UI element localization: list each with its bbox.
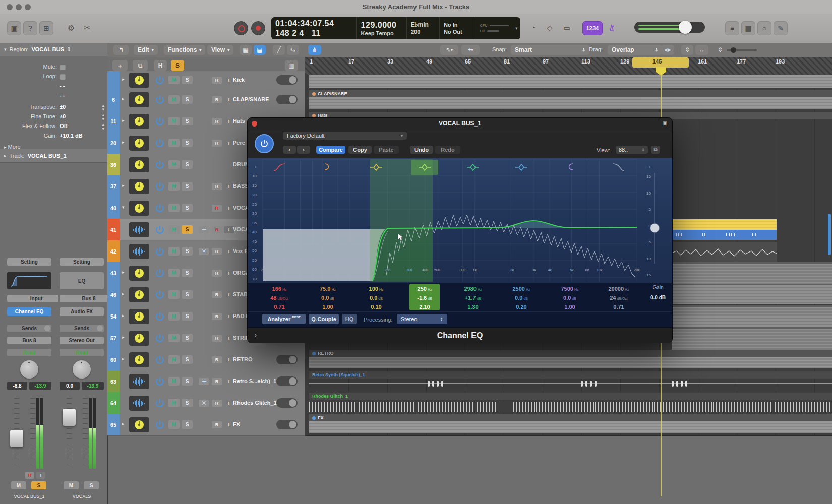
- add-panel-icon[interactable]: ⊞: [39, 21, 53, 35]
- inspector-row-value[interactable]: Off: [60, 123, 68, 129]
- next-preset-button[interactable]: ›: [297, 146, 310, 154]
- settings-gear-icon[interactable]: ⚙: [65, 21, 78, 34]
- track-freeze-icon[interactable]: [199, 400, 209, 407]
- link-icon[interactable]: ⧉: [651, 146, 660, 154]
- notifications-icon[interactable]: ○: [757, 21, 771, 35]
- track-record-enable-button[interactable]: R: [212, 226, 222, 233]
- region-header[interactable]: RETRO: [309, 350, 832, 357]
- track-power-icon[interactable]: [155, 182, 164, 191]
- track-mute-button[interactable]: M: [168, 160, 180, 169]
- band-6-shape-icon[interactable]: [514, 162, 529, 173]
- pan-knob[interactable]: [73, 360, 91, 379]
- volume-fader[interactable]: [63, 409, 76, 426]
- stepper-icon[interactable]: ▴ ▾: [102, 113, 104, 121]
- track-input-monitor-button[interactable]: I: [224, 118, 234, 125]
- minimize-window-button[interactable]: [16, 4, 22, 10]
- solo-tracks-button[interactable]: S: [171, 60, 184, 71]
- previous-preset-button[interactable]: ‹: [283, 146, 296, 154]
- track-record-enable-button[interactable]: R: [212, 421, 222, 428]
- cycle-icon[interactable]: ⇆: [287, 45, 299, 55]
- track-solo-button[interactable]: S: [182, 334, 193, 342]
- track-power-icon[interactable]: [155, 160, 164, 169]
- pointer-tool-menu[interactable]: ↖ ▾: [440, 45, 458, 55]
- scissors-tool-icon[interactable]: ✂: [81, 21, 94, 34]
- chevron-right-icon[interactable]: ▸: [122, 140, 125, 145]
- track-power-icon[interactable]: [155, 204, 164, 213]
- track-row[interactable]: 65▸MSRIFX: [107, 414, 305, 436]
- region-body[interactable]: [672, 305, 832, 328]
- volume-readout[interactable]: -8.8: [7, 382, 27, 390]
- track-header-options-icon[interactable]: ▥: [285, 60, 298, 71]
- region-header[interactable]: FX: [309, 414, 832, 421]
- band-2-shape-icon[interactable]: [320, 162, 335, 173]
- mute-button[interactable]: M: [11, 481, 26, 489]
- inspector-row-value[interactable]: ±0: [60, 104, 66, 110]
- track-solo-button[interactable]: S: [182, 204, 193, 212]
- plugin-titlebar[interactable]: VOCAL BUS_1: [248, 118, 672, 130]
- track-mute-button[interactable]: M: [168, 420, 180, 429]
- track-power-icon[interactable]: [155, 139, 164, 148]
- track-mute-button[interactable]: M: [168, 204, 180, 212]
- hide-tracks-button[interactable]: H: [154, 60, 167, 71]
- chevron-right-icon[interactable]: ▸: [122, 270, 125, 275]
- master-volume-slider[interactable]: [634, 22, 705, 33]
- send-knob[interactable]: [44, 325, 50, 331]
- edit-menu[interactable]: Edit▾: [134, 45, 158, 55]
- track-mute-button[interactable]: M: [168, 269, 180, 277]
- track-on-off-toggle[interactable]: [276, 355, 298, 364]
- input-monitor-button[interactable]: I: [36, 472, 45, 479]
- waveform-region[interactable]: [672, 242, 777, 262]
- track-mute-button[interactable]: M: [168, 182, 180, 191]
- analyzer-button[interactable]: Analyzer POST: [262, 314, 306, 324]
- channel-strip-setting-button[interactable]: Setting: [60, 258, 104, 266]
- functions-menu[interactable]: Functions▾: [164, 45, 205, 55]
- track-row[interactable]: 60▸MSRIRETRO: [107, 349, 305, 371]
- checkbox[interactable]: [60, 74, 66, 80]
- track-mute-button[interactable]: M: [168, 334, 180, 342]
- automation-icon[interactable]: ╱: [273, 45, 285, 55]
- preset-select[interactable]: Factory Default▾: [283, 132, 407, 140]
- track-mute-button[interactable]: M: [168, 76, 180, 84]
- paste-button[interactable]: Paste: [374, 146, 399, 154]
- solo-button[interactable]: S: [84, 481, 99, 489]
- track-record-enable-button[interactable]: R: [212, 291, 222, 298]
- track-record-enable-button[interactable]: R: [212, 335, 222, 342]
- drag-select[interactable]: Overlap⇕: [608, 45, 662, 55]
- hq-button[interactable]: HQ: [342, 314, 357, 324]
- track-input-monitor-button[interactable]: I: [224, 96, 234, 103]
- track-input-monitor-button[interactable]: I: [224, 400, 234, 407]
- track-record-enable-button[interactable]: R: [212, 400, 222, 407]
- monitor-icon[interactable]: ◔: [527, 21, 540, 34]
- secondary-tool-menu[interactable]: + ▾: [461, 45, 480, 55]
- band-7-values[interactable]: 7500Hz0.0dB1.00: [551, 285, 589, 311]
- q-couple-button[interactable]: Q-Couple: [309, 314, 339, 324]
- track-input-monitor-button[interactable]: I: [224, 248, 234, 255]
- track-record-enable-button[interactable]: R: [212, 140, 222, 147]
- track-power-icon[interactable]: [155, 76, 164, 85]
- view-zoom-select[interactable]: 88..⇕: [616, 146, 648, 154]
- quick-help-icon[interactable]: ✎: [774, 21, 788, 35]
- browsers-icon[interactable]: ▤: [741, 21, 755, 35]
- track-freeze-icon[interactable]: [199, 378, 209, 385]
- piano-roll-icon[interactable]: ▤: [254, 45, 266, 55]
- vocal-region-selected[interactable]: [672, 219, 777, 230]
- region-inspector-header[interactable]: ▾ Region: VOCAL BUS_1: [0, 43, 107, 56]
- chevron-right-icon[interactable]: ▸: [122, 313, 125, 318]
- region-body[interactable]: [672, 262, 832, 285]
- track-power-icon[interactable]: [155, 269, 164, 278]
- track-record-enable-button[interactable]: R: [212, 183, 222, 190]
- track-power-icon[interactable]: [155, 377, 164, 386]
- band-5-shape-icon[interactable]: [465, 162, 481, 173]
- eq-thumbnail[interactable]: [7, 272, 51, 289]
- track-input-monitor-button[interactable]: I: [224, 356, 234, 363]
- zoom-slider[interactable]: [727, 49, 757, 51]
- chevron-right-icon[interactable]: ▸: [122, 421, 125, 426]
- track-record-enable-button[interactable]: R: [212, 96, 222, 103]
- track-solo-button[interactable]: S: [182, 76, 193, 84]
- track-solo-button[interactable]: S: [182, 269, 193, 277]
- track-row[interactable]: ▸MSRIKick: [107, 71, 305, 89]
- track-inspector-header[interactable]: ▸ Track: VOCAL BUS_1: [0, 149, 111, 163]
- catch-playhead-icon[interactable]: ↰: [113, 45, 129, 55]
- channel-strip-output-button[interactable]: Stereo Out: [60, 337, 104, 344]
- track-on-off-toggle[interactable]: [276, 420, 298, 429]
